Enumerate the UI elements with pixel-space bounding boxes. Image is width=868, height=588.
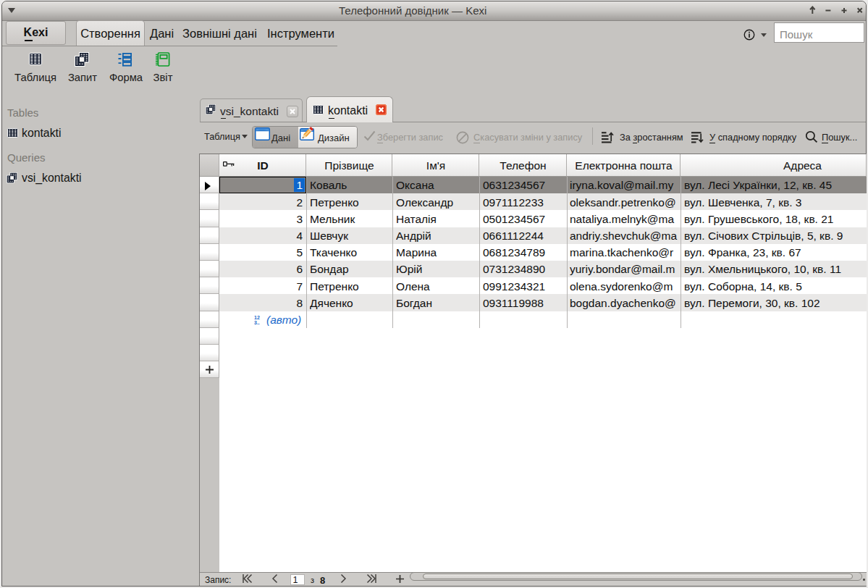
svg-text:3..: 3.. — [254, 320, 260, 325]
svg-text:12: 12 — [254, 315, 260, 320]
